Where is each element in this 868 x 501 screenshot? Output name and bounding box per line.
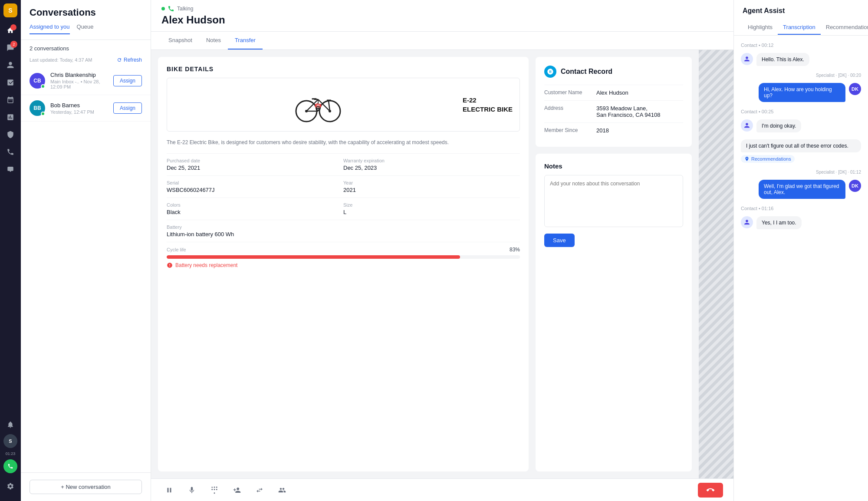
cycle-life-item: Cycle life 83% Battery needs replacement — [167, 242, 520, 273]
contact-record-title: Contact Record — [561, 68, 612, 76]
tab-highlights[interactable]: Highlights — [743, 20, 778, 35]
tab-transcription[interactable]: Transcription — [778, 20, 821, 35]
notes-textarea[interactable] — [544, 175, 683, 227]
contact-avatar-1 — [741, 53, 753, 65]
agent-assist-panel: Agent Assist Highlights Transcription Re… — [733, 0, 868, 501]
bubble-1: Hello. This is Alex. — [756, 53, 809, 66]
online-indicator-cb — [41, 84, 45, 89]
bike-image-container: E-22ELECTRIC BIKE — [167, 78, 520, 132]
refresh-icon — [117, 57, 122, 63]
phone-icon-header — [168, 5, 174, 12]
nav-conversations-icon[interactable]: 2 — [3, 40, 18, 56]
swap-icon — [256, 486, 263, 494]
save-button[interactable]: Save — [544, 234, 575, 247]
keypad-button[interactable] — [207, 482, 222, 498]
app-logo[interactable]: S — [3, 3, 17, 17]
progress-fill — [167, 255, 460, 259]
nav-conv-badge: 2 — [10, 41, 17, 48]
conversation-item-cb[interactable]: CB Chris Blankenship Main Inbox -.. • No… — [21, 66, 151, 95]
transcript-msg-2: DK Hi, Alex. How are you holding up? — [741, 83, 861, 102]
address-row: Address 3593 Meadow Lane, San Francisco,… — [544, 100, 683, 122]
nav-reports-icon[interactable] — [3, 75, 18, 90]
mute-button[interactable] — [184, 482, 200, 498]
recommendations-tag[interactable]: Recommendations — [741, 155, 795, 163]
tab-transfer[interactable]: Transfer — [228, 32, 263, 49]
contact-record-header: Contact Record — [544, 66, 683, 78]
specialist-avatar-2: DK — [849, 180, 861, 192]
contact-avatar-2 — [741, 119, 753, 132]
transcript-msg-5: DK Well, I'm glad we got that figured ou… — [741, 180, 861, 199]
user-avatar[interactable]: S — [3, 434, 17, 448]
avatar-cb: CB — [30, 73, 45, 89]
customer-name-value: Alex Hudson — [596, 89, 628, 96]
main-content: Talking Alex Hudson Snapshot Notes Trans… — [151, 0, 733, 501]
transfer-button[interactable] — [229, 482, 245, 498]
nav-settings-icon[interactable] — [3, 127, 18, 142]
mute-icon — [188, 486, 196, 494]
contact-time-2: Contact • 00:25 — [741, 109, 861, 114]
bubble-4-container: I just can't figure out all of these err… — [741, 139, 861, 163]
sidebar-header: Conversations Assigned to you Queue — [21, 0, 151, 40]
tab-recommendations[interactable]: Recommendations — [821, 20, 868, 35]
talking-dot — [161, 7, 165, 10]
assign-button-bb[interactable]: Assign — [113, 102, 142, 114]
size-label: Size — [343, 202, 520, 208]
year-label: Year — [343, 180, 520, 185]
notes-panel: Notes Save — [536, 154, 692, 471]
member-since-row: Member Since 2018 — [544, 122, 683, 138]
svg-rect-13 — [317, 103, 319, 104]
online-indicator-bb — [41, 112, 45, 116]
group-button[interactable] — [274, 482, 290, 498]
assign-button-cb[interactable]: Assign — [113, 75, 142, 86]
bubble-5: Well, I'm glad we got that figured out, … — [759, 180, 845, 199]
swap-button[interactable] — [252, 482, 267, 498]
content-area: BIKE DETAILS — [151, 50, 699, 478]
conv-name-cb: Chris Blankenship — [50, 72, 108, 78]
call-timer: 01:23 — [6, 452, 16, 456]
bike-title: BIKE DETAILS — [167, 66, 520, 73]
nav-badge — [10, 24, 16, 30]
nav-phone-icon[interactable] — [3, 144, 18, 160]
specialist-avatar-1: DK — [849, 83, 861, 95]
nav-contacts-icon[interactable] — [3, 57, 18, 73]
bubble-4: I just can't figure out all of these err… — [741, 139, 861, 152]
new-conversation-button[interactable]: + New conversation — [30, 480, 142, 494]
sidebar-title: Conversations — [30, 7, 142, 18]
sidebar-tab-queue[interactable]: Queue — [77, 23, 94, 34]
warranty-label: Warranty expiration — [343, 158, 520, 163]
nav-analytics-icon[interactable] — [3, 109, 18, 125]
bubble-3: I'm doing okay. — [756, 119, 801, 132]
keypad-icon — [210, 486, 218, 494]
salesforce-logo — [544, 66, 556, 78]
member-since-label: Member Since — [544, 127, 596, 134]
nav-notification-icon[interactable] — [3, 417, 18, 432]
warranty-item: Warranty expiration Dec 25, 2023 — [343, 153, 520, 175]
conv-info-bb: Bob Barnes Yesterday, 12:47 PM — [50, 102, 108, 115]
tab-notes[interactable]: Notes — [199, 32, 228, 49]
right-panels: Contact Record Customer Name Alex Hudson… — [536, 57, 692, 471]
nav-home-icon[interactable] — [3, 23, 18, 38]
nav-chat-icon[interactable] — [3, 162, 18, 177]
colors-item: Colors Black — [167, 198, 343, 220]
pause-button[interactable] — [161, 482, 177, 498]
status-indicator[interactable] — [3, 459, 17, 473]
nav-gear-icon[interactable] — [3, 478, 18, 494]
purchased-date-item: Purchased date Dec 25, 2021 — [167, 153, 343, 175]
cycle-life-label: Cycle life — [167, 247, 186, 252]
end-call-button[interactable] — [698, 483, 723, 498]
warranty-value: Dec 25, 2023 — [343, 165, 520, 171]
end-call-icon — [705, 485, 716, 495]
battery-item: Battery Lithium-ion battery 600 Wh — [167, 220, 520, 242]
main-tabs: Snapshot Notes Transfer — [151, 32, 733, 50]
sidebar-tab-assigned[interactable]: Assigned to you — [30, 23, 70, 34]
nav-calendar-icon[interactable] — [3, 92, 18, 108]
add-person-icon — [233, 486, 241, 494]
tab-snapshot[interactable]: Snapshot — [161, 32, 199, 49]
warning-icon — [167, 262, 173, 268]
conversation-item-bb[interactable]: BB Bob Barnes Yesterday, 12:47 PM Assign — [21, 95, 151, 122]
transcript-group-4: I just can't figure out all of these err… — [741, 139, 861, 163]
bubble-2: Hi, Alex. How are you holding up? — [759, 83, 845, 102]
bike-description: The E-22 Electric Bike, is designed for … — [167, 138, 520, 146]
main-header: Talking Alex Hudson — [151, 0, 733, 32]
refresh-button[interactable]: Refresh — [117, 57, 142, 63]
